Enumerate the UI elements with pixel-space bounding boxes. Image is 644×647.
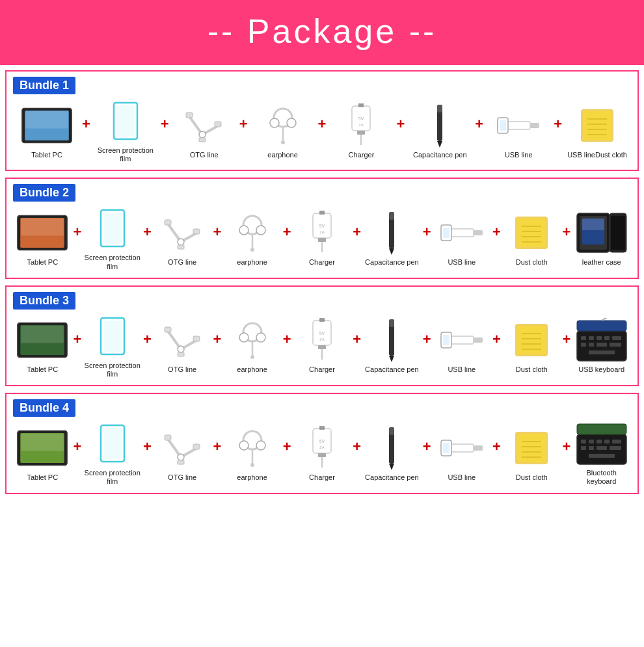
item-label-dust: Dust cloth (516, 365, 548, 374)
svg-point-48 (239, 226, 248, 235)
item-image-tablet (21, 103, 73, 148)
plus-sign-3-3: + (213, 331, 221, 361)
item-label-tablet: Tablet PC (27, 473, 58, 482)
svg-rect-172 (589, 446, 594, 450)
svg-rect-2 (25, 111, 68, 128)
item-cell-screen: Screen protection film (83, 421, 142, 486)
item-image-earphone (226, 317, 278, 363)
plus-sign-1-4: + (318, 116, 327, 146)
item-label-pen: Capacitance pen (365, 258, 419, 267)
item-image-charger: 5V 2A (335, 103, 387, 148)
svg-rect-24 (437, 105, 442, 112)
svg-rect-120 (612, 336, 621, 340)
plus-sign-1-3: + (239, 116, 248, 146)
plus-sign-2-1: + (74, 224, 82, 254)
svg-text:5V: 5V (358, 116, 364, 121)
plus-sign-4-5: + (353, 438, 361, 468)
item-label-keyboard_usb: USB keyboard (578, 365, 624, 374)
item-label-usb: USB line (505, 151, 533, 159)
svg-rect-152 (389, 427, 394, 435)
item-cell-screen: Screen protection film (92, 98, 159, 163)
svg-rect-168 (597, 440, 602, 443)
plus-sign-3-1: + (74, 331, 82, 361)
svg-rect-44 (193, 229, 200, 234)
plus-sign-1-6: + (475, 116, 483, 146)
svg-point-91 (256, 333, 265, 342)
svg-text:5V: 5V (319, 224, 325, 228)
item-label-leather: leather case (582, 258, 621, 267)
item-cell-tablet: Tablet PC (13, 425, 72, 482)
svg-rect-166 (581, 440, 586, 443)
svg-rect-97 (318, 345, 326, 349)
item-label-otg: OTG line (168, 473, 196, 482)
svg-rect-60 (389, 212, 394, 220)
item-label-earphone: earphone (237, 258, 267, 267)
item-image-otg (178, 103, 230, 148)
item-cell-dust: Dust cloth (502, 425, 561, 482)
item-image-pen (366, 210, 418, 256)
item-label-charger: Charger (309, 258, 335, 267)
svg-rect-156 (474, 445, 483, 451)
svg-rect-130 (21, 433, 64, 451)
plus-sign-2-2: + (143, 224, 152, 254)
bundle-items-row-2: Tablet PC+ Screen protection film+ OTG l… (13, 205, 631, 271)
item-image-dust (505, 210, 557, 256)
item-cell-otg: OTG line (153, 425, 212, 482)
item-cell-pen: Capacitance pen (362, 425, 422, 482)
svg-rect-64 (474, 230, 483, 235)
header: -- Package -- (0, 0, 644, 65)
item-image-screen (87, 421, 139, 466)
item-image-pen (366, 317, 418, 363)
item-label-dust: Dust cloth (516, 258, 548, 267)
svg-point-143 (250, 463, 254, 467)
plus-sign-4-8: + (563, 438, 571, 468)
svg-rect-169 (604, 440, 610, 443)
svg-rect-116 (581, 336, 586, 340)
bundle-items-row-4: Tablet PC+ Screen protection film+ OTG l… (13, 421, 631, 486)
svg-rect-88 (178, 352, 184, 356)
item-label-otg: OTG line (190, 151, 219, 159)
svg-point-90 (239, 333, 248, 342)
bundle-title-1: Bundle 1 (13, 77, 75, 94)
item-image-usb (436, 317, 488, 363)
plus-sign-4-2: + (143, 438, 152, 468)
item-image-dust (505, 425, 557, 471)
plus-sign-1-1: + (82, 116, 90, 146)
plus-sign-1-2: + (161, 116, 169, 146)
svg-rect-150 (322, 426, 325, 430)
item-label-earphone: earphone (237, 365, 267, 374)
svg-rect-175 (589, 454, 615, 458)
svg-rect-86 (193, 336, 200, 341)
svg-rect-10 (199, 138, 206, 142)
bundle-block-1: Bundle 1 Tablet PC+ Screen protection fi… (5, 70, 639, 171)
item-image-charger: 5V 2A (296, 317, 348, 363)
svg-point-9 (199, 131, 206, 138)
svg-marker-103 (389, 356, 394, 362)
svg-rect-38 (21, 218, 64, 236)
item-label-screen: Screen protection film (83, 469, 142, 486)
svg-rect-117 (589, 336, 594, 340)
item-image-charger: 5V 2A (296, 425, 348, 471)
item-cell-pen: Capacitance pen (406, 103, 474, 159)
bundles-container: Bundle 1 Tablet PC+ Screen protection fi… (0, 65, 644, 506)
svg-rect-119 (604, 336, 610, 340)
svg-rect-173 (597, 446, 607, 450)
item-label-pen: Capacitance pen (365, 365, 419, 374)
item-label-otg: OTG line (168, 258, 196, 267)
item-label-dust: USB lineDust cloth (567, 151, 627, 159)
svg-rect-19 (357, 131, 365, 135)
svg-point-13 (287, 118, 296, 127)
svg-rect-125 (589, 350, 615, 354)
svg-rect-159 (517, 434, 546, 462)
item-image-earphone (257, 103, 309, 148)
svg-rect-136 (193, 444, 200, 449)
item-label-tablet: Tablet PC (27, 258, 58, 267)
svg-rect-123 (597, 343, 607, 347)
item-label-charger: Charger (309, 473, 335, 482)
svg-rect-75 (582, 218, 604, 230)
plus-sign-4-3: + (213, 438, 221, 468)
item-label-tablet: Tablet PC (31, 151, 62, 159)
svg-point-12 (270, 118, 279, 127)
item-cell-screen: Screen protection film (83, 205, 142, 271)
svg-rect-22 (361, 103, 364, 107)
